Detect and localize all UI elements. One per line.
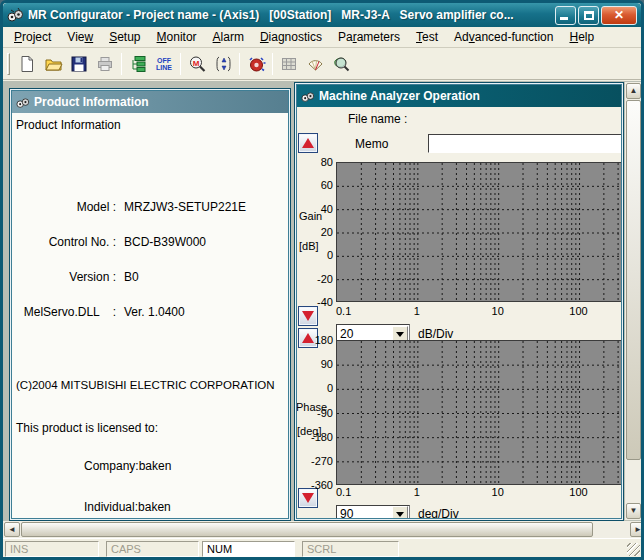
phase-plot [336, 340, 621, 485]
menu-item-alarm[interactable]: Alarm [205, 28, 252, 46]
phase-div-combobox[interactable]: 90 [336, 505, 410, 518]
status-scrl: SCRL [302, 541, 399, 557]
vertical-scroll-thumb[interactable] [626, 100, 641, 460]
phase-x-tick-label: 100 [569, 486, 587, 498]
vertical-scrollbar[interactable]: ▲ ▼ [625, 82, 641, 520]
gain-div-unit-label: dB/Div [418, 327, 453, 341]
resize-grip[interactable] [627, 543, 640, 556]
maximize-button[interactable] [578, 6, 599, 25]
phase-x-tick-label: 10 [492, 486, 504, 498]
gain-y-tick-label: 60 [303, 179, 333, 191]
dropdown-button[interactable] [392, 506, 408, 518]
memo-input[interactable] [428, 134, 621, 153]
menu-item-setup[interactable]: Setup [101, 28, 148, 46]
arrow-up-icon: ▲ [630, 87, 638, 95]
memo-label: Memo [355, 137, 388, 151]
product-information-body: Product Information Model : MRZJW3-SETUP… [12, 113, 288, 518]
phase-y-tick-label: -180 [303, 431, 333, 443]
menu-item-advanced-function[interactable]: Advanced-function [446, 28, 561, 46]
offline-icon: OFF LINE [156, 57, 172, 71]
version-label: Version : [12, 270, 116, 284]
menu-item-view[interactable]: View [59, 28, 101, 46]
control-no-value: BCD-B39W000 [124, 235, 206, 249]
gain-y-tick-label: -40 [303, 296, 333, 308]
phase-x-tick-label: 0.1 [336, 486, 351, 498]
phase-div-value: 90 [337, 507, 392, 518]
machine-analyzer-body: File name : Memo Gain [dB] 20 dB/Div Pha… [297, 107, 621, 518]
gain-scale-up-button[interactable] [298, 133, 318, 153]
phase-div-unit-label: deg/Div [418, 507, 459, 518]
machine-analyzer-window: Machine Analyzer Operation File name : M… [294, 82, 624, 521]
parameter-setting-button[interactable] [210, 51, 236, 77]
status-ins: INS [5, 541, 99, 557]
scroll-right-button[interactable]: ► [630, 522, 644, 537]
printer-icon [96, 55, 114, 73]
menu-item-project[interactable]: Project [6, 28, 59, 46]
licensed-to-text: This product is licensed to: [16, 421, 158, 435]
minimize-button[interactable] [555, 6, 576, 25]
graph-button[interactable] [302, 51, 328, 77]
toolbar: OFF LINE M [3, 49, 641, 80]
analyzer-magnifier-icon [332, 55, 351, 74]
model-label: Model : [12, 200, 116, 214]
offline-button[interactable]: OFF LINE [151, 51, 177, 77]
phase-x-tick-label: 1 [414, 486, 420, 498]
machine-analyzer-button[interactable] [328, 51, 354, 77]
menu-item-test[interactable]: Test [408, 28, 446, 46]
open-folder-icon [44, 55, 63, 73]
window-title: MR Configurator - Project name - (Axis1)… [28, 8, 551, 22]
system-settings-button[interactable] [125, 51, 151, 77]
machine-analyzer-titlebar[interactable]: Machine Analyzer Operation [297, 85, 621, 107]
new-project-button[interactable] [14, 51, 40, 77]
gain-y-tick-label: 40 [303, 203, 333, 215]
menu-item-diagnostics[interactable]: Diagnostics [252, 28, 330, 46]
phase-y-tick-label: -360 [303, 479, 333, 491]
menu-item-monitor[interactable]: Monitor [149, 28, 205, 46]
gain-x-tick-label: 0.1 [336, 305, 351, 317]
gain-x-tick-label: 100 [569, 305, 587, 317]
toolbar-separator [272, 53, 273, 75]
phase-y-tick-label: 180 [303, 334, 333, 346]
save-floppy-icon [70, 55, 88, 73]
close-button[interactable]: ✕ [601, 6, 637, 25]
melservo-dll-label: MelServo.DLL : [12, 305, 116, 319]
mr-configurator-window: MR Configurator - Project name - (Axis1)… [0, 0, 644, 560]
save-project-button[interactable] [66, 51, 92, 77]
gain-y-tick-label: -20 [303, 273, 333, 285]
horizontal-scrollbar[interactable]: ◄ ► [3, 521, 644, 538]
menu-item-parameters[interactable]: Parameters [330, 28, 408, 46]
product-information-window: Product Information Product Information … [9, 88, 291, 521]
product-information-titlebar[interactable]: Product Information [12, 91, 288, 113]
phase-y-tick-label: -270 [303, 455, 333, 467]
new-file-icon [18, 55, 36, 73]
gain-scale-down-button[interactable] [298, 306, 318, 326]
red-up-triangle-icon [302, 138, 314, 148]
phase-scale-down-button[interactable] [298, 488, 318, 508]
mdi-area: Product Information Product Information … [3, 81, 641, 521]
system-tree-icon [129, 55, 147, 73]
toolbar-grip[interactable] [7, 53, 10, 75]
print-button[interactable] [92, 51, 118, 77]
arrow-left-icon: ◄ [8, 526, 16, 534]
open-project-button[interactable] [40, 51, 66, 77]
gain-grid [337, 163, 621, 303]
menu-item-help[interactable]: Help [561, 28, 602, 46]
point-data-button[interactable] [276, 51, 302, 77]
scroll-down-button[interactable]: ▼ [626, 503, 641, 519]
gain-plot [336, 162, 621, 302]
gain-x-tick-label: 10 [492, 305, 504, 317]
arrow-down-icon: ▼ [630, 507, 638, 515]
alarm-display-button[interactable] [243, 51, 269, 77]
status-num: NUM [202, 541, 295, 557]
chevron-down-icon [396, 332, 404, 337]
toolbar-separator [180, 53, 181, 75]
horizontal-scroll-thumb[interactable] [21, 522, 593, 537]
scroll-left-button[interactable]: ◄ [4, 522, 20, 537]
status-bar: INS CAPS NUM SCRL [3, 538, 641, 557]
company-text: Company:baken [84, 459, 171, 473]
gain-y-tick-label: 80 [303, 156, 333, 168]
gain-x-tick-label: 1 [414, 305, 420, 317]
parameter-arrows-icon [214, 55, 233, 73]
scroll-up-button[interactable]: ▲ [626, 83, 641, 99]
monitor-button[interactable]: M [184, 51, 210, 77]
